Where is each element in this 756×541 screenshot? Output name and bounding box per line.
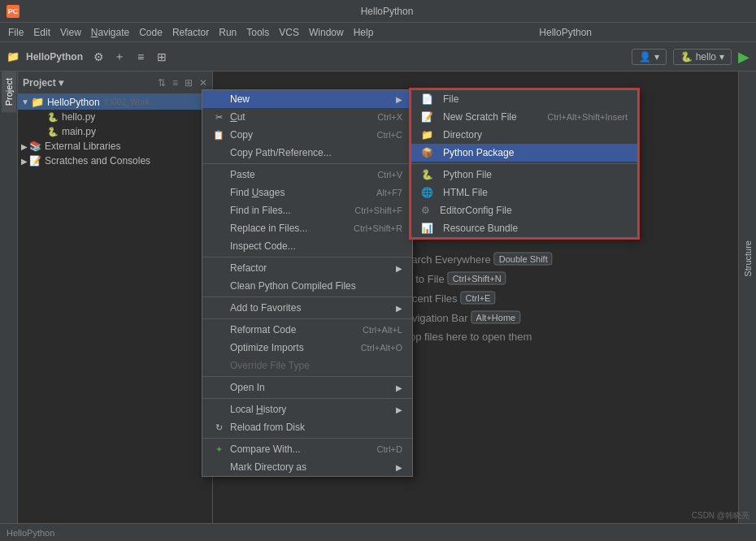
submenu-item-directory[interactable]: 📁 Directory xyxy=(411,126,637,144)
project-header-btn2[interactable]: ≡ xyxy=(172,77,178,89)
ctx-shortcut-findinfiles: Ctrl+Shift+F xyxy=(354,206,402,215)
ctx-item-new[interactable]: New ▶ xyxy=(202,90,412,108)
ctx-shortcut-replaceinfiles: Ctrl+Shift+R xyxy=(354,223,402,233)
welcome-text: Search Everywhere Double Shift Go to Fil… xyxy=(398,246,552,349)
menu-vcs[interactable]: VCS xyxy=(274,25,304,40)
project-header-close[interactable]: ✕ xyxy=(199,77,207,89)
ctx-label-reformatcode: Reformat Code xyxy=(230,324,296,335)
window-title: HelloPython xyxy=(24,6,749,17)
app-icon: PC xyxy=(7,5,20,18)
shortcut-recent: Recent Files Ctrl+E xyxy=(398,292,552,305)
ctx-item-reformatcode[interactable]: Reformat Code Ctrl+Alt+L xyxy=(202,321,412,339)
ctx-shortcut-reformatcode: Ctrl+Alt+L xyxy=(363,325,402,335)
sidebar-tab-project[interactable]: Project xyxy=(2,71,16,112)
tree-item-extlibs[interactable]: ▶ 📚 External Libraries xyxy=(18,139,212,154)
bottom-bar: HelloPython xyxy=(0,523,756,541)
submenu-item-pypackage[interactable]: 📦 Python Package xyxy=(411,144,637,162)
ctx-icon-cut: ✂ xyxy=(212,112,225,123)
ctx-item-openin[interactable]: Open In ▶ xyxy=(202,379,412,396)
ctx-item-optimizeimports[interactable]: Optimize Imports Ctrl+Alt+O xyxy=(202,339,412,357)
submenu-icon-directory: 📁 xyxy=(421,129,433,141)
tree-arrow-scratches: ▶ xyxy=(21,157,28,166)
ctx-label-cut: Cut xyxy=(230,111,245,123)
tree-arrow-extlibs: ▶ xyxy=(21,142,28,151)
ctx-item-refactor[interactable]: Refactor ▶ xyxy=(202,259,412,277)
ctx-item-markdirectoryas[interactable]: Mark Directory as ▶ xyxy=(202,458,412,476)
ctx-label-localhistory: Local History xyxy=(230,404,286,415)
submenu-icon-resourcebundle: 📊 xyxy=(421,223,433,234)
ctx-item-addtofav[interactable]: Add to Favorites ▶ xyxy=(202,299,412,317)
ctx-item-localhistory[interactable]: Local History ▶ xyxy=(202,400,412,418)
drop-files-hint: Drop files here to open them xyxy=(398,331,552,343)
menu-code[interactable]: Code xyxy=(134,25,167,40)
ctx-item-comparewith[interactable]: ✦ Compare With... Ctrl+D xyxy=(202,440,412,458)
tree-item-hellopy[interactable]: 🐍 hello.py xyxy=(18,110,212,124)
toolbar-expand-btn[interactable]: ⊞ xyxy=(153,48,171,66)
ctx-sep-4 xyxy=(202,318,412,319)
ctx-arrow-localhistory: ▶ xyxy=(396,405,402,414)
ctx-sep-6 xyxy=(202,398,412,399)
ctx-sep-5 xyxy=(202,376,412,377)
ctx-item-cut[interactable]: ✂ Cut Ctrl+X xyxy=(202,108,412,126)
project-header-btn1[interactable]: ⇅ xyxy=(158,77,166,89)
menu-tools[interactable]: Tools xyxy=(241,25,274,40)
ctx-item-cleanpyfiles[interactable]: Clean Python Compiled Files xyxy=(202,277,412,295)
menu-bar: File Edit View Navigate Code Refactor Ru… xyxy=(0,23,756,42)
ctx-item-findusages[interactable]: Find Usages Alt+F7 xyxy=(202,184,412,201)
run-config-arrow: ▾ xyxy=(719,51,724,63)
tree-item-hellopython[interactable]: ▼ 📁 HelloPython Y:\002_Work... xyxy=(18,94,212,110)
tree-label-extlibs: External Libraries xyxy=(45,141,120,152)
tree-item-mainpy[interactable]: 🐍 main.py xyxy=(18,124,212,139)
run-config[interactable]: 🐍 hello ▾ xyxy=(673,49,732,65)
ctx-item-paste[interactable]: Paste Ctrl+V xyxy=(202,166,412,184)
submenu-item-resourcebundle[interactable]: 📊 Resource Bundle xyxy=(411,219,637,237)
submenu-label-pypackage: Python Package xyxy=(443,147,514,158)
run-config-label: hello xyxy=(696,51,716,63)
submenu-item-editorconfig[interactable]: ⚙ EditorConfig File xyxy=(411,201,637,219)
submenu-label-editorconfig: EditorConfig File xyxy=(440,205,512,216)
submenu-item-htmlfile[interactable]: 🌐 HTML File xyxy=(411,184,637,201)
submenu-shortcut-scratch: Ctrl+Alt+Shift+Insert xyxy=(547,112,628,122)
shortcut-search: Search Everywhere Double Shift xyxy=(398,253,552,266)
menu-refactor[interactable]: Refactor xyxy=(167,25,214,40)
shortcut-file: Go to File Ctrl+Shift+N xyxy=(398,272,552,285)
submenu-label-directory: Directory xyxy=(443,129,482,141)
title-bar: PC HelloPython xyxy=(0,0,756,23)
ctx-label-new: New xyxy=(230,93,250,105)
menu-window[interactable]: Window xyxy=(304,25,349,40)
ctx-arrow-refactor: ▶ xyxy=(396,264,402,273)
ctx-item-copypath[interactable]: Copy Path/Reference... xyxy=(202,144,412,162)
submenu-item-pyfile[interactable]: 🐍 Python File xyxy=(411,166,637,184)
side-tab-left: Project xyxy=(0,71,18,523)
submenu-item-file[interactable]: 📄 File xyxy=(411,90,637,108)
ctx-item-replaceinfiles[interactable]: Replace in Files... Ctrl+Shift+R xyxy=(202,219,412,237)
ctx-label-copy: Copy xyxy=(230,129,253,141)
ctx-sep-3 xyxy=(202,296,412,297)
submenu-item-scratchfile[interactable]: 📝 New Scratch File Ctrl+Alt+Shift+Insert xyxy=(411,108,637,126)
run-button[interactable]: ▶ xyxy=(738,48,749,66)
ctx-item-copy[interactable]: 📋 Copy Ctrl+C xyxy=(202,126,412,144)
ctx-icon-reload: ↻ xyxy=(212,422,225,433)
menu-help[interactable]: Help xyxy=(349,25,379,40)
menu-edit[interactable]: Edit xyxy=(28,25,55,40)
menu-navigate[interactable]: Navigate xyxy=(86,25,134,40)
toolbar-settings-btn[interactable]: ⚙ xyxy=(89,48,107,66)
toolbar-add-btn[interactable]: ＋ xyxy=(111,48,128,66)
project-header-btn3[interactable]: ⊞ xyxy=(185,77,193,89)
ctx-item-inspectcode[interactable]: Inspect Code... xyxy=(202,237,412,255)
ctx-icon-compare: ✦ xyxy=(212,444,225,455)
sidebar-tab-structure[interactable]: Structure xyxy=(741,234,755,283)
ctx-item-findinfiles[interactable]: Find in Files... Ctrl+Shift+F xyxy=(202,201,412,219)
ctx-item-reloadfromdisk[interactable]: ↻ Reload from Disk xyxy=(202,418,412,436)
user-button[interactable]: 👤 ▾ xyxy=(632,49,667,65)
menu-run[interactable]: Run xyxy=(214,25,241,40)
toolbar-collapse-btn[interactable]: ≡ xyxy=(132,48,150,66)
tree-item-scratches[interactable]: ▶ 📝 Scratches and Consoles xyxy=(18,154,212,168)
submenu-sep-1 xyxy=(411,163,637,164)
libs-icon: 📚 xyxy=(29,141,41,152)
menu-view[interactable]: View xyxy=(55,25,86,40)
menu-file[interactable]: File xyxy=(3,25,28,40)
bottom-bar-text: HelloPython xyxy=(7,528,54,538)
ctx-arrow-new: ▶ xyxy=(396,95,402,104)
submenu-icon-editorconfig: ⚙ xyxy=(421,205,430,216)
